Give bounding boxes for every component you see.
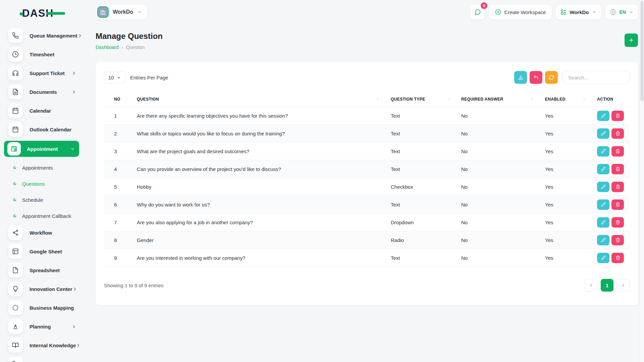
delete-button[interactable] — [611, 235, 624, 245]
entries-per-page-select[interactable]: 10 — [104, 71, 125, 84]
workspace-switcher[interactable]: WorkDo — [556, 5, 601, 19]
column-header-enabled[interactable]: ENABLED — [542, 94, 594, 107]
next-page-button[interactable] — [617, 279, 630, 292]
planning-icon — [8, 319, 23, 334]
add-question-button[interactable] — [625, 34, 638, 47]
cell-required-answer: No — [459, 178, 542, 196]
cell-required-answer: No — [459, 125, 542, 142]
sidebar-item-google-sheet[interactable]: Google Sheet — [3, 244, 79, 259]
sidebar-item-appointment[interactable]: Appointment — [4, 141, 79, 157]
cell-no: 2 — [104, 125, 134, 142]
search-input[interactable] — [562, 71, 630, 84]
delete-button[interactable] — [611, 146, 624, 157]
sidebar-subitem-appointment-callback[interactable]: Appointment Callback — [0, 209, 84, 223]
cell-action — [594, 231, 630, 249]
edit-button[interactable] — [597, 182, 609, 192]
cell-enabled: Yes — [542, 196, 594, 214]
headphones-icon — [8, 66, 23, 80]
sidebar-item-workflow[interactable]: Workflow — [3, 225, 79, 240]
sidebar-item-business-mapping[interactable]: Business Mapping — [3, 300, 79, 315]
previous-page-button[interactable] — [585, 279, 597, 292]
export-button[interactable] — [514, 71, 527, 84]
cell-question-type: Checkbox — [388, 178, 459, 196]
sidebar-item-timesheet[interactable]: Timesheet — [3, 47, 79, 62]
cell-question: Are you also applying for a job in anoth… — [134, 214, 388, 231]
edit-button[interactable] — [597, 128, 609, 139]
delete-button[interactable] — [611, 253, 624, 263]
delete-button[interactable] — [611, 111, 624, 121]
cell-question-type: Text — [388, 249, 459, 267]
workflow-icon — [8, 225, 23, 240]
messages-badge: 0 — [481, 2, 487, 9]
chevron-right-icon — [71, 71, 76, 76]
page-1-button[interactable]: 1 — [601, 279, 613, 292]
sidebar-item-calendar[interactable]: Calendar — [3, 103, 79, 118]
workspace-pill[interactable]: WorkDo — [96, 5, 147, 19]
delete-button[interactable] — [611, 217, 624, 228]
sidebar-item-internal-knowledge[interactable]: Internal Knowledge — [3, 338, 79, 353]
undo-button[interactable] — [530, 71, 542, 84]
delete-button[interactable] — [611, 128, 624, 139]
cell-question: Are there any specific learning objectiv… — [134, 107, 388, 125]
sidebar-item-label: Google Sheet — [30, 249, 76, 254]
book-icon — [8, 338, 23, 353]
entries-per-page-label: Entries Per Page — [130, 75, 168, 80]
building-icon — [97, 6, 109, 18]
app-logo[interactable]: DASH — [0, 4, 84, 23]
chevron-right-icon — [621, 283, 626, 288]
plus-icon — [628, 37, 634, 43]
edit-button[interactable] — [597, 164, 609, 174]
sidebar-subitem-label: Appointment Callback — [22, 213, 71, 219]
column-header-question-type[interactable]: QUESTION TYPE — [388, 94, 459, 107]
sidebar-item-spreadsheet[interactable]: Spreadsheet — [3, 263, 79, 278]
sidebar-item-innovation-center[interactable]: Innovation Center — [3, 282, 79, 296]
cell-enabled: Yes — [542, 231, 594, 249]
edit-button[interactable] — [597, 111, 609, 121]
sidebar-item-queue-management[interactable]: Queue Management — [3, 28, 79, 43]
sidebar-item-outlook-calendar[interactable]: Outlook Calendar — [3, 122, 79, 137]
column-header-required-answer[interactable]: REQUIRED ANSWER — [459, 94, 542, 107]
chevron-right-icon — [71, 324, 76, 329]
create-workspace-button[interactable]: Create Workspace — [489, 5, 552, 19]
edit-button[interactable] — [597, 235, 609, 245]
sidebar-item-documents[interactable]: Documents — [3, 84, 79, 99]
edit-button[interactable] — [597, 217, 609, 228]
column-header-question[interactable]: QUESTION — [134, 94, 388, 107]
chevron-right-icon — [76, 343, 81, 348]
sidebar-item-label: Calendar — [30, 108, 76, 114]
sidebar-item-callhub[interactable]: CallHub — [3, 357, 79, 362]
cell-no: 9 — [104, 249, 134, 267]
topbar: WorkDo 0 Create Workspace WorkDo — [96, 0, 638, 24]
edit-button[interactable] — [597, 253, 609, 263]
messages-button[interactable]: 0 — [470, 5, 485, 19]
cell-question-type: Text — [388, 160, 459, 178]
scrollbar[interactable] — [639, 0, 644, 362]
chevron-down-icon — [592, 10, 597, 14]
edit-button[interactable] — [597, 199, 609, 210]
sidebar-subitem-schedule[interactable]: Schedule — [0, 193, 84, 206]
language-selector[interactable]: EN — [605, 5, 638, 19]
cell-question-type: Text — [388, 196, 459, 214]
sidebar-item-label: Internal Knowledge — [30, 343, 76, 348]
sidebar-item-label: Documents — [30, 89, 71, 95]
page-title: Manage Question — [96, 32, 163, 41]
cell-required-answer: No — [459, 231, 542, 249]
cell-no: 3 — [104, 142, 134, 160]
scrollbar-thumb[interactable] — [640, 1, 644, 101]
cell-enabled: Yes — [542, 249, 594, 267]
cell-no: 5 — [104, 178, 134, 196]
delete-button[interactable] — [611, 199, 624, 210]
sidebar-subitem-appointments[interactable]: Appointments — [0, 161, 84, 174]
sidebar-subitem-questions[interactable]: Questions — [0, 177, 84, 190]
refresh-button[interactable] — [545, 71, 558, 84]
sidebar-item-support-ticket[interactable]: Support Ticket — [3, 66, 79, 80]
sort-icon — [446, 97, 456, 101]
workspace-name: WorkDo — [113, 9, 133, 15]
sidebar-item-planning[interactable]: Planning — [3, 319, 79, 334]
edit-button[interactable] — [597, 146, 609, 157]
breadcrumb-dashboard-link[interactable]: Dashboard — [96, 45, 119, 50]
cell-enabled: Yes — [542, 214, 594, 231]
delete-button[interactable] — [611, 182, 624, 192]
delete-button[interactable] — [611, 164, 624, 174]
cell-question: Can you provide an overview of the proje… — [134, 160, 388, 178]
